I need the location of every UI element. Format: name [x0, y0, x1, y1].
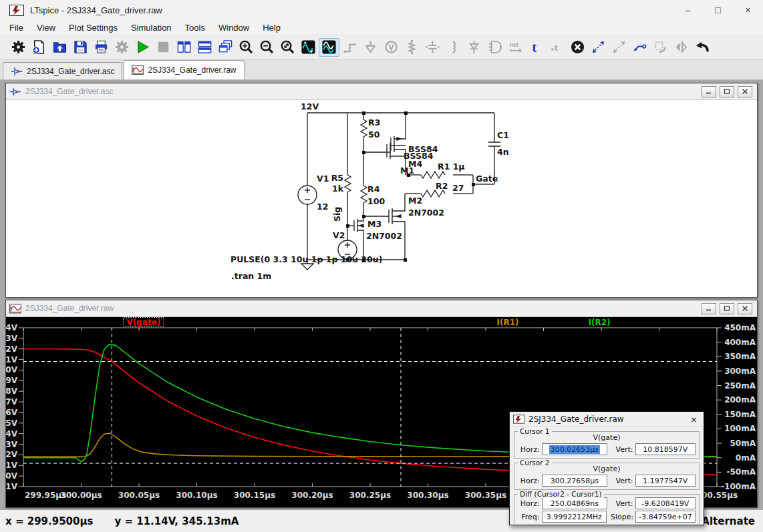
open-button[interactable]	[49, 38, 70, 57]
waveform-minimize-button[interactable]	[702, 303, 716, 314]
save-button[interactable]	[70, 38, 91, 57]
axis-tick-label: 300.35µs	[465, 491, 506, 500]
drag-button[interactable]	[629, 38, 650, 57]
svg-text:t: t	[532, 39, 537, 55]
run-icon	[135, 39, 150, 55]
schematic-label: R1 1µ	[438, 162, 465, 172]
component-icon	[487, 39, 502, 55]
tile-horizontal-button[interactable]	[194, 38, 215, 57]
tab-schematic[interactable]: 2SJ334_Gate_driver.asc	[3, 62, 122, 79]
cursor-dialog-title: 2SJ334_Gate_driver.raw	[528, 415, 624, 424]
axis-tick-label: 150mA	[724, 410, 756, 419]
cursor-dialog[interactable]: 2SJ334_Gate_driver.raw × Cursor 1 V(gate…	[509, 411, 704, 525]
schematic-label: M3	[367, 219, 382, 229]
diff-slope-field[interactable]: -3.84759e+07	[635, 511, 696, 523]
text-icon: t	[528, 39, 544, 55]
control-panel-button[interactable]	[8, 38, 29, 57]
axis-tick-label: 0V	[6, 471, 18, 481]
menu-view[interactable]: View	[30, 23, 62, 33]
trace-label-I(R1)[interactable]: I(R1)	[496, 318, 518, 327]
menu-tools[interactable]: Tools	[178, 23, 212, 33]
component-button	[484, 38, 505, 57]
axis-tick-label: 350mA	[724, 352, 756, 361]
menu-simulation[interactable]: Simulation	[124, 23, 178, 33]
cursor-dialog-titlebar[interactable]: 2SJ334_Gate_driver.raw ×	[510, 412, 704, 427]
dialog-logo-icon	[513, 415, 524, 424]
zoom-in-button[interactable]	[236, 38, 257, 57]
menu-help[interactable]: Help	[256, 23, 287, 33]
axis-tick-label: 200mA	[724, 395, 756, 405]
cascade-button[interactable]	[215, 38, 236, 57]
axis-tick-label: 5V	[6, 419, 18, 428]
run-button[interactable]	[132, 38, 153, 57]
cursor-dialog-close-button[interactable]: ×	[690, 415, 698, 425]
axis-tick-label: 300.00µs	[60, 491, 102, 500]
diode-icon	[466, 39, 482, 55]
axis-tick-label: 300.15µs	[234, 491, 275, 500]
schematic-window: 2SJ334_Gate_driver.asc	[5, 83, 758, 298]
status-x-position: x = 299.9500µs	[5, 515, 93, 527]
text-button[interactable]: t	[526, 38, 547, 57]
label-net-icon	[384, 39, 399, 55]
title-bar[interactable]: LTspice - 2SJ334_Gate_driver.raw – □ ×	[0, 0, 763, 20]
schematic-label: R2	[436, 181, 448, 191]
tab-bar: 2SJ334_Gate_driver.asc 2SJ334_Gate_drive…	[0, 59, 763, 80]
schematic-label: M1	[400, 166, 414, 176]
diff-vert-field[interactable]: -9.6208419V	[635, 497, 696, 509]
menu-window[interactable]: Window	[212, 23, 256, 33]
menu-plot-settings[interactable]: Plot Settings	[62, 23, 124, 33]
waveform-restore-button[interactable]	[720, 303, 734, 314]
axis-tick-label: 100mA	[724, 424, 756, 433]
move-button[interactable]	[588, 38, 609, 57]
toolbar: nettt	[0, 35, 763, 59]
ground-icon	[363, 39, 378, 55]
plot-pane-button[interactable]	[319, 38, 339, 57]
spice-directive-icon: t	[549, 39, 565, 55]
schematic-window-titlebar[interactable]: 2SJ334_Gate_driver.asc	[6, 83, 757, 100]
axis-tick-label: 2V	[6, 450, 18, 459]
trace-label-I(R2)[interactable]: I(R2)	[588, 318, 610, 327]
diff-horz-field[interactable]: 250.04869ns	[542, 497, 607, 509]
open-icon	[52, 39, 67, 55]
rotate-icon	[653, 39, 668, 55]
tile-vertical-button[interactable]	[174, 38, 194, 57]
tile-vertical-icon	[176, 39, 192, 55]
axis-tick-label: -50mA	[727, 467, 756, 477]
schematic-window-title: 2SJ334_Gate_driver.asc	[25, 87, 113, 96]
pause-button	[112, 38, 132, 57]
tab-waveform[interactable]: 2SJ334_Gate_driver.raw	[124, 60, 244, 79]
schematic-minimize-button[interactable]	[702, 86, 716, 97]
minimize-button[interactable]: –	[673, 0, 703, 20]
print-button[interactable]	[91, 38, 112, 57]
pause-icon	[114, 39, 130, 55]
schematic-label: .tran 1m	[231, 271, 271, 281]
undo-button[interactable]	[692, 38, 712, 57]
ltspice-logo-icon	[9, 5, 24, 16]
schematic-restore-button[interactable]	[720, 86, 734, 97]
cursor1-vert-field[interactable]: 10.818597V	[635, 443, 696, 455]
zoom-fit-icon	[280, 39, 295, 55]
axis-tick-label: 300mA	[724, 366, 756, 376]
cursor2-vert-field[interactable]: 1.1977547V	[635, 475, 696, 487]
waveform-window-titlebar[interactable]: 2SJ334_Gate_driver.raw	[6, 300, 757, 317]
diff-freq-field[interactable]: 3.9992212MHz	[542, 511, 607, 523]
status-cursor-mode: Alternate	[702, 515, 755, 527]
new-schematic-button[interactable]	[29, 38, 49, 57]
zoom-fit-button[interactable]	[277, 38, 298, 57]
schematic-close-button[interactable]	[738, 86, 752, 97]
zoom-out-button[interactable]	[257, 38, 277, 57]
trace-label-V(gate)[interactable]: V(gate)	[127, 318, 161, 327]
menu-file[interactable]: File	[3, 23, 30, 33]
schematic-canvas[interactable]: 12VV112R51kSigR350R4100BSS84BSS84M4M1R1 …	[6, 100, 757, 296]
maximize-button[interactable]: □	[703, 0, 733, 20]
axis-tick-label: 8V	[6, 386, 18, 396]
waveform-window-icon	[9, 304, 21, 314]
autorange-y-button[interactable]	[298, 38, 319, 57]
close-button[interactable]: ×	[733, 0, 763, 20]
plot-pane-icon	[321, 39, 337, 55]
delete-button[interactable]	[567, 38, 588, 57]
cursor1-horz-field[interactable]: 300.02653µs	[542, 443, 607, 455]
cursor2-horz-field[interactable]: 300.27658µs	[542, 475, 607, 487]
halt-button	[153, 38, 174, 57]
waveform-close-button[interactable]	[738, 303, 752, 314]
